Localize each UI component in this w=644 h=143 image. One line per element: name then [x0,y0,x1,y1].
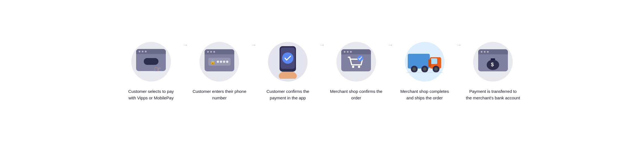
step-2-icon: 🔒 [199,42,239,82]
step-5-icon [405,42,445,82]
step-1-label: Customer selects to pay with Vipps or Mo… [124,88,178,101]
step-2: 🔒 Customer enters their phone number [192,42,247,101]
svg-point-29 [347,51,349,53]
svg-rect-53 [491,58,495,60]
phone-check-svg [274,45,301,79]
truck-svg [406,48,443,76]
svg-text:🔒: 🔒 [210,59,216,65]
arrow-1: → [178,42,192,81]
svg-point-11 [207,51,209,53]
svg-point-16 [217,61,219,63]
browser-cart-svg [340,49,372,74]
svg-point-4 [142,51,143,52]
step-4: Merchant shop confirms the order [329,42,383,101]
step-6-label: Payment is transferred to the merchant's… [466,88,520,101]
step-5: Merchant shop completes and ships the or… [398,42,452,101]
arrow-icon-5: → [456,42,462,48]
svg-point-28 [344,51,345,53]
svg-point-43 [434,67,438,71]
arrow-5: → [452,42,466,81]
svg-point-48 [481,51,482,53]
flow-container: ☞ Customer selects to pay with Vipps or … [124,42,520,101]
step-1-icon: ☞ [131,42,171,82]
browser-click-svg: ☞ [135,49,167,74]
svg-point-49 [484,51,486,53]
svg-point-50 [487,51,489,53]
browser-money-svg: $ [477,49,509,74]
svg-point-24 [282,52,293,64]
svg-point-3 [139,51,140,52]
svg-point-32 [358,66,360,68]
svg-point-18 [223,61,225,63]
svg-point-12 [210,51,212,53]
browser-password-svg: 🔒 [203,49,236,74]
step-1: ☞ Customer selects to pay with Vipps or … [124,42,178,101]
step-4-label: Merchant shop confirms the order [329,88,383,101]
step-3: Customer confirms the payment in the app [261,42,315,101]
step-6-icon: $ [473,42,513,82]
svg-point-30 [350,51,352,53]
svg-rect-6 [144,58,158,65]
svg-point-5 [145,51,147,52]
arrow-icon-3: → [319,42,325,48]
step-3-label: Customer confirms the payment in the app [261,88,315,101]
svg-rect-27 [341,52,371,54]
arrow-3: → [315,42,329,81]
svg-point-13 [213,51,215,53]
svg-text:☞: ☞ [154,65,162,74]
svg-rect-47 [478,52,508,54]
step-6: $ Payment is transferred to the merchant… [466,42,520,101]
arrow-2: → [246,42,261,81]
step-2-label: Customer enters their phone number [192,88,247,101]
svg-rect-44 [406,72,443,73]
svg-rect-2 [136,52,166,54]
svg-point-31 [352,66,354,68]
arrow-icon-2: → [250,42,257,48]
step-4-icon [336,42,376,82]
svg-point-19 [226,61,228,63]
arrow-icon-4: → [387,42,394,48]
svg-text:$: $ [491,62,494,67]
svg-rect-36 [431,58,437,64]
arrow-icon-1: → [182,42,188,48]
arrow-4: → [383,42,398,81]
svg-point-17 [220,61,222,63]
step-3-icon [268,42,308,82]
svg-point-39 [413,67,416,71]
step-5-label: Merchant shop completes and ships the or… [398,88,452,101]
svg-rect-10 [205,52,234,54]
svg-point-41 [423,67,426,71]
svg-rect-37 [428,59,431,67]
